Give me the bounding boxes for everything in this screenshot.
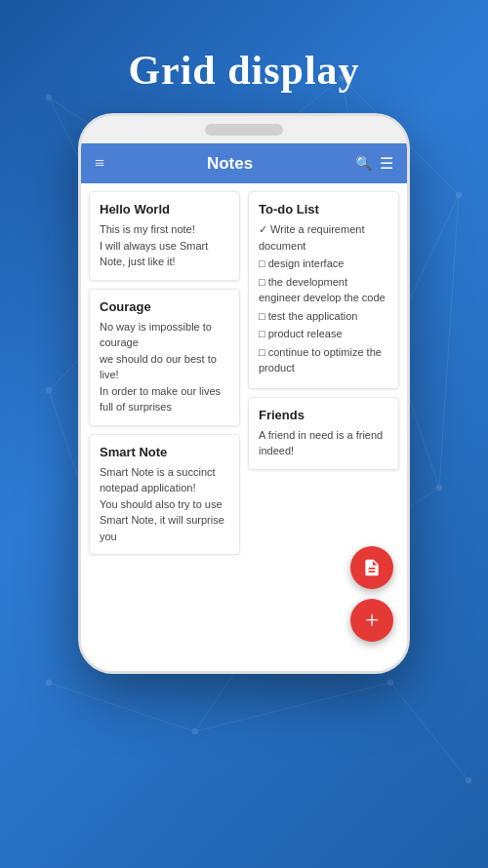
phone-screen: ≡ Notes 🔍 ☰ Hello World This is my first… [81,143,407,671]
svg-line-17 [195,683,390,731]
phone-notch [81,116,407,143]
check-item: □ continue to optimize the product [259,344,388,376]
note-title: Smart Note [100,445,229,459]
svg-point-30 [46,680,52,686]
note-icon [362,558,382,577]
note-card-hello-world[interactable]: Hello World This is my first note!I will… [89,191,240,281]
page-title: Grid display [0,0,488,113]
note-title: Hello World [100,202,229,217]
note-title: Friends [259,408,388,422]
search-icon[interactable]: 🔍 [355,155,372,172]
note-body: ✓ Write a requirement document □ design … [259,221,388,376]
app-bar-title: Notes [104,154,355,174]
svg-line-16 [49,683,195,731]
check-item: □ test the application [259,308,388,325]
app-bar: ≡ Notes 🔍 ☰ [81,143,407,183]
note-body: Smart Note is a succinct notepad applica… [100,464,229,545]
note-card-friends[interactable]: Friends A friend in need is a friend ind… [248,397,399,470]
svg-point-33 [466,777,471,783]
svg-point-31 [192,729,198,734]
check-item: □ design interface [259,256,388,272]
filter-icon[interactable]: ☰ [380,154,393,173]
fab-container: + [350,546,393,642]
notch-bar [205,124,283,136]
note-card-smart-note[interactable]: Smart Note Smart Note is a succinct note… [89,434,240,556]
note-title: Courage [100,299,229,314]
svg-line-18 [390,683,468,780]
svg-point-32 [387,680,393,686]
note-card-todo[interactable]: To-do List ✓ Write a requirement documen… [248,191,399,389]
fab-add-button[interactable]: + [350,599,393,642]
fab-note-button[interactable] [350,546,393,589]
phone-mockup: ≡ Notes 🔍 ☰ Hello World This is my first… [0,113,488,674]
phone-frame: ≡ Notes 🔍 ☰ Hello World This is my first… [78,113,410,674]
note-card-courage[interactable]: Courage No way is impossible to couragew… [89,289,240,426]
check-item: □ product release [259,326,388,342]
menu-icon[interactable]: ≡ [95,153,104,174]
note-body: This is my first note!I will always use … [100,221,229,270]
check-item: ✓ Write a requirement document [259,221,388,254]
check-item: □ the development engineer develop the c… [259,274,388,306]
note-body: A friend in need is a friend indeed! [259,427,388,459]
note-body: No way is impossible to couragewe should… [100,319,229,415]
note-title: To-do List [259,202,388,217]
